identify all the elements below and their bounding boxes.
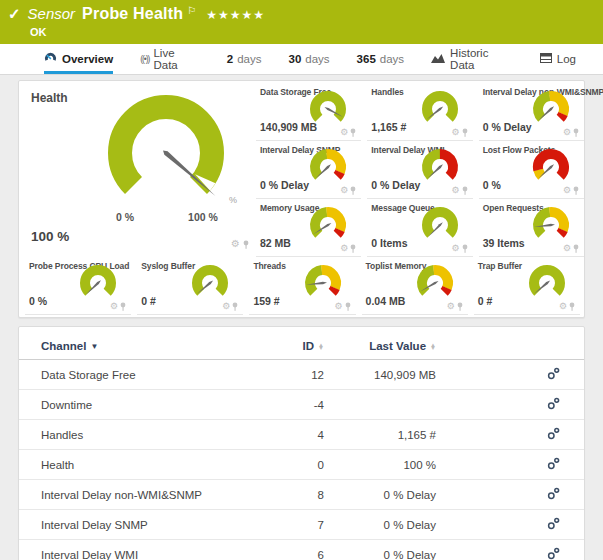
gauge: [305, 206, 351, 242]
gear-icon[interactable]: ⚙: [563, 128, 571, 137]
gauge-cell[interactable]: Interval Delay SNMP0 % Delay⚙: [256, 141, 361, 199]
gauge-cell[interactable]: Memory Usage82 MB⚙: [256, 199, 361, 257]
gauge-value: 39 Items: [483, 237, 525, 249]
pin-icon[interactable]: [462, 244, 468, 253]
health-unit-label: %: [229, 195, 237, 205]
pin-icon[interactable]: [345, 302, 351, 311]
column-header-channel[interactable]: Channel▼: [19, 333, 253, 360]
table-row[interactable]: Downtime-4: [19, 390, 584, 420]
gear-icon[interactable]: ⚙: [340, 128, 348, 137]
gauge-cell[interactable]: Data Storage Free140,909 MB⚙: [256, 83, 361, 141]
tab-2-days[interactable]: 2days: [227, 44, 262, 74]
gauge-value: 0 #: [478, 295, 493, 307]
channel-name: Downtime: [41, 399, 92, 411]
channel-id: 12: [253, 360, 325, 390]
tab-log[interactable]: Log: [540, 44, 576, 74]
tab-historic-data[interactable]: Historic Data: [431, 44, 513, 74]
sort-caret-icon: ▼: [90, 342, 98, 351]
live-data-icon: ((•)): [140, 54, 149, 64]
gear-icon[interactable]: ⚙: [452, 186, 460, 195]
pin-icon[interactable]: [569, 302, 575, 311]
last-value-header-label: Last Value: [369, 340, 426, 352]
health-cell-actions: ⚙: [231, 235, 249, 253]
gear-icon[interactable]: ⚙: [452, 244, 460, 253]
gauge-cell[interactable]: Toplist Memory0.04 MB⚙: [362, 257, 468, 315]
channel-id: 8: [253, 480, 325, 510]
pin-icon[interactable]: [243, 235, 249, 253]
gauge-cell[interactable]: Handles1,165 #⚙: [367, 83, 472, 141]
column-header-last-value[interactable]: Last Value▲▼: [325, 333, 437, 360]
pin-icon[interactable]: [350, 128, 356, 137]
gauge: [305, 148, 351, 184]
channel-settings-icon[interactable]: [547, 547, 560, 560]
table-row[interactable]: Handles41,165 #: [19, 420, 584, 450]
table-row[interactable]: Health0100 %: [19, 450, 584, 480]
historic-data-icon: [431, 53, 445, 65]
table-row[interactable]: Interval Delay WMI60 % Delay: [19, 540, 584, 560]
channel-id: 0: [253, 450, 325, 480]
gear-icon[interactable]: ⚙: [447, 302, 455, 311]
channel-settings-icon[interactable]: [547, 367, 560, 380]
pin-icon[interactable]: [462, 186, 468, 195]
channel-last-value: 0 % Delay: [325, 480, 437, 510]
pin-icon[interactable]: [120, 302, 126, 311]
gauge-cell-actions: ⚙: [452, 186, 468, 195]
gear-icon[interactable]: ⚙: [222, 302, 230, 311]
tab-365-days[interactable]: 365days: [357, 44, 404, 74]
health-gauge-cell[interactable]: Health % 0 % 100 % 100 % ⚙: [21, 83, 257, 255]
channel-last-value: 140,909 MB: [325, 360, 437, 390]
gear-icon[interactable]: ⚙: [563, 186, 571, 195]
channel-settings-icon[interactable]: [547, 487, 560, 500]
gear-icon[interactable]: ⚙: [340, 186, 348, 195]
pin-icon[interactable]: [573, 244, 579, 253]
table-row[interactable]: Interval Delay SNMP70 % Delay: [19, 510, 584, 540]
gear-icon[interactable]: ⚙: [110, 302, 118, 311]
channel-settings-icon[interactable]: [547, 397, 560, 410]
pin-icon[interactable]: [232, 302, 238, 311]
gauge-title: Threads: [253, 261, 285, 271]
pin-icon[interactable]: [350, 186, 356, 195]
priority-stars[interactable]: ★★★★★: [206, 8, 265, 22]
gauge: [524, 264, 570, 300]
gauge-cell[interactable]: Threads159 #⚙: [249, 257, 355, 315]
table-row[interactable]: Interval Delay non-WMI&SNMP80 % Delay: [19, 480, 584, 510]
gauge-cell[interactable]: Syslog Buffer0 #⚙: [137, 257, 243, 315]
pin-icon[interactable]: [573, 186, 579, 195]
column-header-id[interactable]: ID▲▼: [253, 333, 325, 360]
channel-last-value: 0 % Delay: [325, 540, 437, 560]
sensor-title: Probe Health: [82, 5, 183, 23]
channel-settings-icon[interactable]: [547, 517, 560, 530]
channel-table-body: Data Storage Free12140,909 MBDowntime-4H…: [19, 360, 584, 560]
pin-icon[interactable]: [243, 240, 249, 249]
channel-last-value: [325, 390, 437, 420]
tab-bar: Overview((•))Live Data2days30days365days…: [0, 44, 603, 75]
pin-icon[interactable]: [573, 128, 579, 137]
channel-settings-icon[interactable]: [547, 457, 560, 470]
gauge: [417, 148, 463, 184]
tab-30-days[interactable]: 30days: [289, 44, 330, 74]
gauge-cell[interactable]: Open Requests39 Items⚙: [479, 199, 584, 257]
gear-icon[interactable]: ⚙: [452, 128, 460, 137]
channel-name: Health: [41, 459, 74, 471]
gauge-cell[interactable]: Trap Buffer0 #⚙: [474, 257, 580, 315]
gauge-cell[interactable]: Message Queue0 Items⚙: [367, 199, 472, 257]
gear-icon[interactable]: ⚙: [340, 244, 348, 253]
pin-icon[interactable]: [462, 128, 468, 137]
gauge-cell[interactable]: Interval Delay WMI0 % Delay⚙: [367, 141, 472, 199]
gear-icon[interactable]: ⚙: [335, 302, 343, 311]
pin-icon[interactable]: [457, 302, 463, 311]
gauge-cell[interactable]: Interval Delay non-WMI&SNMP0 % Delay⚙: [479, 83, 584, 141]
tab-overview[interactable]: Overview: [44, 44, 113, 74]
gauge-cell[interactable]: Lost Flow Packets0 %⚙: [479, 141, 584, 199]
gear-icon[interactable]: ⚙: [559, 302, 567, 311]
table-row[interactable]: Data Storage Free12140,909 MB: [19, 360, 584, 390]
gauge-cell[interactable]: Probe Process CPU Load0 %⚙: [25, 257, 131, 315]
flag-icon[interactable]: ⚐: [187, 5, 196, 16]
gauge-cell-actions: ⚙: [447, 302, 463, 311]
pin-icon[interactable]: [350, 244, 356, 253]
channel-id: 6: [253, 540, 325, 560]
gear-icon[interactable]: ⚙: [563, 244, 571, 253]
tab-live-data[interactable]: ((•))Live Data: [140, 44, 200, 74]
gear-icon[interactable]: ⚙: [231, 239, 240, 249]
channel-settings-icon[interactable]: [547, 427, 560, 440]
